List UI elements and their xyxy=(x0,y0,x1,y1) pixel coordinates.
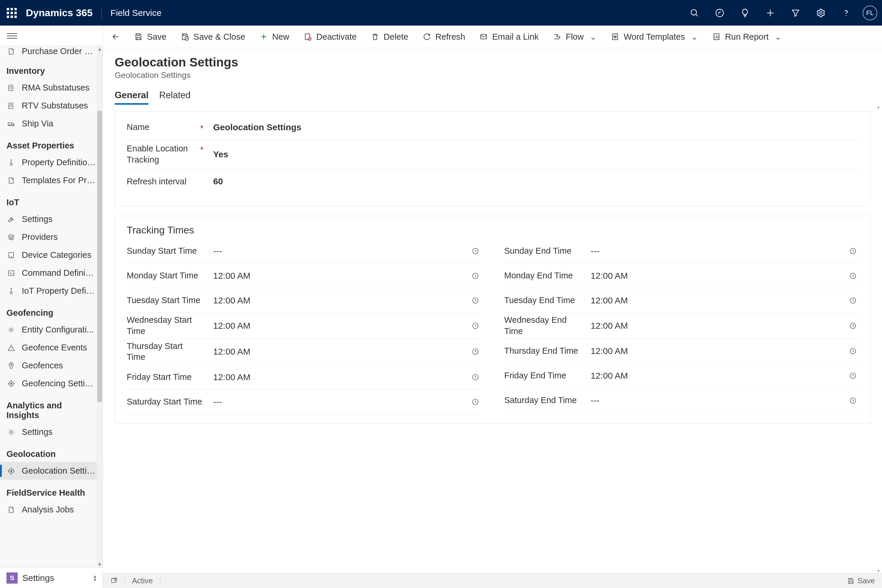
form-scrollbar[interactable]: ▲ ▼ xyxy=(876,105,881,573)
end-time-row[interactable]: Wednesday End Time12:00 AM xyxy=(504,313,858,339)
ideas-button[interactable] xyxy=(736,4,754,22)
back-button[interactable] xyxy=(108,28,124,45)
time-picker-button[interactable] xyxy=(848,295,858,306)
search-button[interactable] xyxy=(686,4,703,22)
sidebar-item[interactable]: Command Definiti... xyxy=(0,264,103,282)
sidebar-item[interactable]: Device Categories xyxy=(0,246,103,264)
user-avatar[interactable]: FL xyxy=(862,6,877,20)
time-picker-button[interactable] xyxy=(848,270,858,281)
sidebar-item[interactable]: Settings xyxy=(0,210,103,228)
start-time-row[interactable]: Wednesday Start Time12:00 AM xyxy=(127,313,481,339)
tab-general[interactable]: General xyxy=(115,87,148,105)
nav-icon xyxy=(6,83,16,93)
sidebar-item[interactable]: Templates For Pro... xyxy=(0,171,103,189)
flow-button[interactable]: Flow ⌄ xyxy=(546,28,604,45)
sidebar-item[interactable]: Property Definitions xyxy=(0,153,103,171)
sidebar-item[interactable]: Analysis Jobs xyxy=(0,501,103,519)
sidebar-item[interactable]: Settings xyxy=(0,423,103,441)
field-enable-location-tracking[interactable]: Enable Location Tracking* Yes xyxy=(127,140,858,168)
start-time-row[interactable]: Friday Start Time12:00 AM xyxy=(127,365,481,390)
run-report-button[interactable]: Run Report ⌄ xyxy=(705,28,789,45)
app-launcher-button[interactable] xyxy=(3,4,21,22)
time-picker-button[interactable] xyxy=(470,372,481,382)
nav-icon xyxy=(6,268,16,278)
filter-button[interactable] xyxy=(787,4,804,22)
start-time-row[interactable]: Monday Start Time12:00 AM xyxy=(127,263,481,288)
sidebar-item[interactable]: IoT Property Defin... xyxy=(0,282,103,300)
sidebar-item[interactable]: RMA Substatuses xyxy=(0,79,103,97)
scroll-thumb[interactable] xyxy=(98,111,102,402)
deactivate-button[interactable]: Deactivate xyxy=(296,28,364,45)
sidebar-item[interactable]: Geofence Events xyxy=(0,339,103,357)
scroll-up-icon[interactable]: ▲ xyxy=(876,105,881,110)
refresh-button[interactable]: Refresh xyxy=(416,28,472,45)
sidebar-item-cut[interactable]: Purchase Order Su... xyxy=(0,46,103,58)
sidebar-nav: Purchase Order Su...InventoryRMA Substat… xyxy=(0,46,103,567)
time-picker-button[interactable] xyxy=(470,246,481,256)
tab-related[interactable]: Related xyxy=(159,87,190,105)
word-icon xyxy=(610,32,620,41)
scroll-up-icon[interactable]: ▲ xyxy=(97,46,103,52)
sidebar-item[interactable]: RTV Substatuses xyxy=(0,97,103,115)
end-time-row[interactable]: Tuesday End Time12:00 AM xyxy=(504,288,858,313)
new-button[interactable]: New xyxy=(252,28,296,45)
end-time-row[interactable]: Saturday End Time--- xyxy=(504,388,858,413)
clock-icon xyxy=(471,373,480,381)
sidebar-item[interactable]: Entity Configurati... xyxy=(0,321,103,339)
field-refresh-interval[interactable]: Refresh interval 60 xyxy=(127,168,858,194)
question-icon xyxy=(841,8,851,18)
sidebar-item-label: Geofence Events xyxy=(22,343,87,352)
time-value: 12:00 AM xyxy=(203,271,470,281)
end-time-row[interactable]: Monday End Time12:00 AM xyxy=(504,263,858,288)
end-time-row[interactable]: Sunday End Time--- xyxy=(504,239,858,263)
svg-point-0 xyxy=(691,9,696,15)
sidebar-scrollbar[interactable]: ▲ ▼ xyxy=(97,46,103,567)
nav-icon xyxy=(6,158,16,167)
sidebar-collapse-button[interactable] xyxy=(0,26,103,46)
help-button[interactable] xyxy=(837,4,855,22)
end-time-row[interactable]: Friday End Time12:00 AM xyxy=(504,364,858,388)
time-picker-button[interactable] xyxy=(848,246,858,256)
time-picker-button[interactable] xyxy=(470,321,481,331)
wrench-icon xyxy=(7,215,15,224)
form-body: Name* Geolocation Settings Enable Locati… xyxy=(103,105,882,573)
field-name[interactable]: Name* Geolocation Settings xyxy=(127,114,858,140)
delete-button[interactable]: Delete xyxy=(364,28,416,45)
email-link-button[interactable]: Email a Link xyxy=(472,28,546,45)
word-templates-button[interactable]: Word Templates ⌄ xyxy=(604,28,705,45)
time-picker-button[interactable] xyxy=(848,370,858,381)
area-switcher[interactable]: S Settings ▴▾ xyxy=(0,567,103,588)
time-value: 12:00 AM xyxy=(203,346,470,357)
time-picker-button[interactable] xyxy=(848,395,858,406)
save-close-icon xyxy=(180,32,189,41)
save-close-button[interactable]: Save & Close xyxy=(174,28,252,45)
time-picker-button[interactable] xyxy=(848,346,858,356)
sidebar-item[interactable]: Geofencing Settings xyxy=(0,375,103,393)
start-time-row[interactable]: Tuesday Start Time12:00 AM xyxy=(127,288,481,313)
start-time-row[interactable]: Saturday Start Time--- xyxy=(127,390,481,414)
general-card: Name* Geolocation Settings Enable Locati… xyxy=(115,111,870,206)
sidebar-item[interactable]: Geofences xyxy=(0,357,103,375)
popout-button[interactable] xyxy=(110,577,118,585)
footer-save-button[interactable]: Save xyxy=(847,576,875,585)
quick-create-button[interactable] xyxy=(762,4,779,22)
time-picker-button[interactable] xyxy=(470,270,481,281)
gear-icon xyxy=(7,326,15,334)
save-button[interactable]: Save xyxy=(127,28,174,45)
settings-button[interactable] xyxy=(812,4,830,22)
sidebar-item[interactable]: Providers xyxy=(0,228,103,246)
start-time-row[interactable]: Thursday Start Time12:00 AM xyxy=(127,339,481,365)
therm-icon xyxy=(7,159,15,167)
time-picker-button[interactable] xyxy=(848,321,858,331)
sidebar-item[interactable]: Geolocation Settin... xyxy=(0,462,103,480)
sidebar-item[interactable]: Ship Via xyxy=(0,115,103,133)
task-button[interactable] xyxy=(711,4,729,22)
time-picker-button[interactable] xyxy=(470,397,481,407)
start-time-row[interactable]: Sunday Start Time--- xyxy=(127,239,481,263)
app-name-label: Field Service xyxy=(111,8,161,18)
end-time-row[interactable]: Thursday End Time12:00 AM xyxy=(504,339,858,364)
time-picker-button[interactable] xyxy=(470,346,481,357)
time-picker-button[interactable] xyxy=(470,295,481,306)
scroll-down-icon[interactable]: ▼ xyxy=(97,561,103,567)
scroll-down-icon[interactable]: ▼ xyxy=(876,568,881,573)
